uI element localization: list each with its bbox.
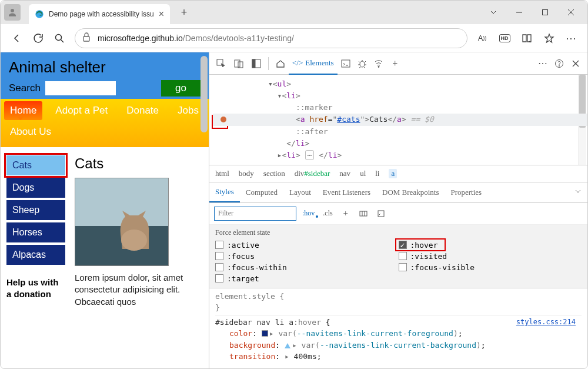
state-focus[interactable]: :focus [215, 252, 399, 261]
sidebar-item-dogs[interactable]: Dogs [6, 178, 65, 198]
close-icon[interactable] [567, 55, 584, 72]
flexbox-icon[interactable] [356, 207, 370, 221]
close-icon[interactable]: × [159, 9, 164, 19]
tab-styles[interactable]: Styles [209, 182, 240, 202]
plus-icon[interactable]: + [387, 55, 403, 72]
page-scrollbar[interactable] [201, 56, 208, 132]
browser-tab[interactable]: Demo page with accessibility issu × [29, 4, 170, 24]
filter-input[interactable] [214, 207, 296, 221]
state-indicator-dot [220, 117, 226, 122]
new-rule-button[interactable]: + [339, 207, 353, 221]
search-input[interactable] [45, 81, 116, 95]
dock-icon[interactable] [248, 55, 265, 72]
force-element-state: Force element state :active ✓:hover :foc… [209, 225, 587, 288]
page-title: Animal shelter [9, 58, 201, 77]
svg-point-0 [11, 9, 14, 12]
tab-dom-breakpoints[interactable]: DOM Breakpoints [376, 183, 445, 202]
favorite-icon[interactable] [539, 28, 559, 48]
lorem-text: Lorem ipsum dolor, sit amet consectetur … [75, 272, 203, 308]
device-icon[interactable] [230, 55, 247, 72]
svg-rect-22 [360, 211, 367, 216]
color-swatch[interactable] [262, 330, 268, 337]
svg-rect-3 [543, 10, 548, 15]
refresh-button[interactable] [28, 28, 49, 49]
nav-home[interactable]: Home [4, 101, 42, 120]
search-icon[interactable] [49, 28, 70, 49]
nav-donate[interactable]: Donate [121, 101, 165, 120]
page-viewport: Animal shelter Search go Home Adopt a Pe… [1, 52, 209, 369]
network-icon[interactable] [370, 55, 387, 72]
tab-elements[interactable]: </>Elements [289, 52, 338, 75]
content-heading: Cats [75, 155, 203, 172]
breadcrumb[interactable]: html body section div#sidebar nav ul li … [209, 165, 587, 182]
styles-filter-row: :hov .cls + [209, 203, 587, 225]
source-link[interactable]: styles.css:214 [516, 317, 576, 327]
new-tab-button[interactable]: + [176, 4, 192, 21]
lock-icon [82, 32, 91, 44]
svg-rect-23 [378, 211, 384, 217]
cls-toggle[interactable]: .cls [320, 208, 335, 219]
nav-about[interactable]: About Us [4, 122, 57, 141]
more-icon[interactable]: ⋯ [562, 28, 582, 48]
browser-toolbar: microsoftedge.github.io/Demos/devtools-a… [1, 24, 587, 52]
annotation-highlight [395, 238, 446, 251]
chevron-down-icon[interactable] [569, 188, 587, 197]
devtools-header: </>Elements + ⋯ [209, 52, 587, 75]
cat-image [75, 178, 169, 266]
svg-point-9 [121, 230, 147, 251]
url-text: microsoftedge.github.io/Demos/devtools-a… [98, 34, 294, 43]
svg-rect-11 [235, 60, 240, 67]
inspect-icon[interactable] [213, 55, 229, 72]
css-rules[interactable]: element.style { } styles.css:214 #sideba… [209, 288, 587, 363]
svg-rect-15 [342, 60, 350, 67]
hd-icon[interactable]: HD [495, 28, 514, 48]
state-focus-within[interactable]: :focus-within [215, 263, 399, 272]
welcome-icon[interactable] [272, 55, 289, 72]
svg-point-16 [360, 61, 365, 67]
window-close-icon[interactable] [558, 4, 584, 21]
sidebar-item-sheep[interactable]: Sheep [6, 200, 65, 220]
svg-rect-8 [83, 36, 89, 41]
minimize-icon[interactable] [506, 4, 532, 21]
window-titlebar: Demo page with accessibility issu × + [1, 1, 587, 24]
computed-icon[interactable] [374, 207, 388, 221]
read-aloud-icon[interactable]: A)) [472, 28, 492, 48]
maximize-icon[interactable] [532, 4, 558, 21]
state-hover[interactable]: ✓:hover [399, 241, 582, 250]
back-button[interactable] [6, 28, 28, 49]
go-button[interactable]: go [161, 80, 201, 97]
state-active[interactable]: :active [215, 241, 399, 250]
hov-toggle[interactable]: :hov [300, 208, 317, 219]
nav-jobs[interactable]: Jobs [172, 101, 205, 120]
state-focus-visible[interactable]: :focus-visible [399, 263, 582, 272]
svg-line-7 [61, 39, 64, 42]
reader-icon[interactable] [517, 28, 537, 48]
sidebar-item-cats[interactable]: Cats [6, 155, 65, 175]
more-icon[interactable]: ⋯ [534, 55, 551, 72]
tab-title: Demo page with accessibility issu [49, 10, 154, 18]
bug-icon[interactable] [354, 55, 370, 72]
tab-layout[interactable]: Layout [283, 183, 317, 202]
nav-adopt[interactable]: Adopt a Pet [49, 101, 113, 120]
styles-tabbar: Styles Computed Layout Event Listeners D… [209, 182, 587, 203]
address-bar[interactable]: microsoftedge.github.io/Demos/devtools-a… [75, 28, 467, 48]
svg-point-17 [378, 66, 379, 67]
svg-rect-14 [252, 59, 255, 68]
console-icon[interactable] [338, 55, 354, 72]
sidebar-item-horses[interactable]: Horses [6, 222, 65, 242]
chevron-down-icon[interactable] [480, 4, 506, 21]
donation-callout: Help us with a donation [6, 277, 65, 300]
tab-computed[interactable]: Computed [240, 183, 283, 202]
tab-properties[interactable]: Properties [445, 183, 487, 202]
svg-point-19 [559, 65, 559, 66]
edge-icon [35, 9, 44, 19]
sidebar-item-alpacas[interactable]: Alpacas [6, 245, 65, 265]
tab-listeners[interactable]: Event Listeners [317, 183, 376, 202]
state-target[interactable]: :target [215, 274, 399, 283]
dom-tree[interactable]: ▾<ul> ▾<li> ::marker <a href="#cats">Cat… [209, 75, 587, 165]
color-swatch[interactable] [285, 343, 290, 348]
help-icon[interactable] [551, 55, 567, 72]
search-label: Search [9, 82, 41, 94]
profile-icon[interactable] [4, 4, 21, 21]
state-visited[interactable]: :visited [399, 252, 582, 261]
